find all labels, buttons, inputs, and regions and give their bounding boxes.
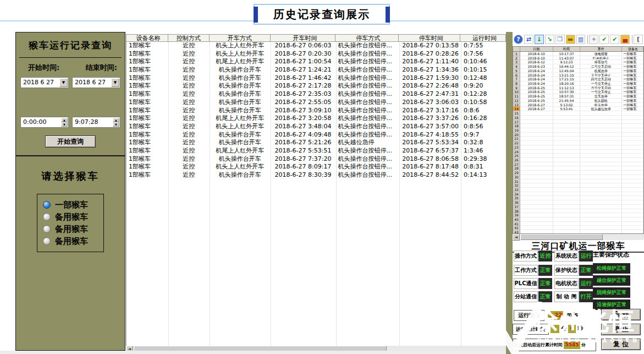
grid-row[interactable]: 42018-6-2316:44:12二号交叉启动一部猴车 (513, 64, 643, 69)
grid-row[interactable]: 72018-6-2417:21:15四号交叉启动一部猴车 (513, 77, 643, 81)
grid-row[interactable]: 40 (513, 217, 643, 222)
grid-row[interactable]: 112018-6-2518:57:31交叉急停一部猴车 (513, 94, 643, 99)
grid-row[interactable]: 19 (513, 128, 643, 133)
table-row[interactable]: 1部猴车近控机头操作台开车2018-6-27 2:35:03机头操作台按钮停..… (126, 90, 506, 99)
table-row[interactable]: 1部猴车近控机头上人红外开车2018-6-27 0:20:30机头操作台按钮停.… (126, 50, 506, 58)
grid-row[interactable]: 22018-6-1011:43:07打点机停止一部猴车 (513, 56, 643, 61)
radio-icon[interactable] (43, 213, 51, 221)
reset-button[interactable]: 复 位 (601, 339, 641, 350)
export-save-icon[interactable]: ↘ (545, 35, 554, 44)
table-row[interactable]: 1部猴车近控机头操作台开车2018-6-27 1:24:21机头操作台按钮停..… (126, 66, 506, 74)
grid-row[interactable]: 20 (513, 133, 643, 137)
column-header[interactable]: 开车时间 (271, 35, 336, 41)
table-row[interactable]: 1部猴车近控机头操作台开车2018-6-27 5:21:26机头越位急停2018… (126, 139, 506, 147)
start-time-spinner[interactable]: 0:00:00 ▲ ▼ (20, 117, 69, 128)
table-row[interactable]: 1部猴车近控机尾上人红外开车2018-6-27 5:53:51机头操作台按钮停.… (126, 147, 506, 155)
grid-row[interactable]: 36 (513, 200, 643, 205)
radio-icon[interactable] (43, 237, 51, 245)
grid-row[interactable]: 16 (513, 116, 643, 120)
grid-row[interactable]: 35 (513, 196, 643, 200)
table-row[interactable]: 1部猴车近控机头操作台开车2018-6-27 3:09:10机头操作台按钮停..… (126, 107, 506, 115)
car-radio-item[interactable]: 备用猴车 (43, 223, 103, 235)
start-query-button[interactable]: 开始查询 (45, 135, 96, 148)
grid-row[interactable]: 23 (513, 145, 643, 150)
grid-row[interactable]: 15 (513, 111, 643, 116)
grid-row[interactable]: 92018-6-2511:12:13六号交叉启动一部猴车 (513, 86, 643, 90)
grid-row[interactable]: 43 (513, 230, 643, 234)
spin-down-icon[interactable]: ▼ (113, 122, 119, 127)
column-header[interactable]: 停车方式 (335, 35, 399, 41)
grid-row[interactable]: 24 (513, 150, 643, 154)
grid-row[interactable]: 42 (513, 226, 643, 230)
eject-icon[interactable]: ▄ (620, 35, 630, 44)
import-icon[interactable]: ↓ (535, 35, 544, 44)
grid-row[interactable]: 142018-6-275:53:41机头越位急停一部猴车 (513, 107, 643, 111)
table-row[interactable]: 1部猴车近控机尾上人红外开车2018-6-27 1:00:54机头操作台按钮停.… (126, 58, 506, 66)
radio-icon[interactable] (43, 201, 51, 209)
table-row[interactable]: 1部猴车近控机头上人红外开车2018-6-27 8:09:17机头操作台按钮停.… (126, 163, 506, 171)
grid-row[interactable]: 12018-6-1010:17:37馈电报警一部猴车 (513, 52, 643, 56)
grid-column-header[interactable]: 日期 (520, 47, 553, 51)
end-time-spinner[interactable]: 9:07:28 ▲ ▼ (72, 117, 120, 128)
copy-icon[interactable]: ❐ (555, 35, 565, 44)
grid-row[interactable]: 32018-6-129:12:23停车信号一部猴车 (513, 60, 643, 64)
table-edit-icon[interactable]: ✔ (599, 35, 609, 44)
start-button[interactable]: 启 动 (601, 309, 641, 320)
grid-row[interactable]: 31 (513, 179, 643, 184)
grid-row[interactable]: 132018-6-275:13:02机头急停一部猴车 (513, 103, 643, 107)
spin-down-icon[interactable]: ▼ (61, 122, 68, 127)
grid-row[interactable]: 27 (513, 162, 643, 167)
grid-row[interactable]: 62018-6-2413:21:15五号交叉停止一部猴车 (513, 73, 643, 78)
table-row[interactable]: 1部猴车近控机头上人红外开车2018-6-27 0:06:03机头操作台按钮停.… (126, 42, 506, 50)
table-check-icon[interactable]: ✔ (610, 35, 619, 44)
grid-horizontal-scrollbar[interactable]: ◄ (513, 234, 644, 240)
grid-row[interactable]: 26 (513, 158, 643, 162)
spin-up-icon[interactable]: ▲ (61, 118, 68, 122)
chevron-down-icon[interactable]: ▼ (111, 78, 119, 87)
spin-up-icon[interactable]: ▲ (113, 118, 119, 122)
car-radio-item[interactable]: 备用猴车 (43, 211, 103, 223)
grid-row[interactable]: 37 (513, 205, 643, 209)
column-header[interactable]: 开车方式 (210, 35, 271, 41)
grid-row[interactable]: 38 (513, 209, 643, 214)
grid-row[interactable]: 33 (513, 188, 643, 192)
grid-row[interactable]: 82018-6-2418:20:16一号交叉停止一部猴车 (513, 81, 643, 86)
device-icon[interactable]: ⌖ (589, 35, 598, 44)
scroll-left-icon[interactable]: ◄ (513, 234, 520, 241)
table-row[interactable]: 1部猴车近控机头操作台开车2018-6-27 4:09:48机头操作台按钮停..… (126, 131, 506, 139)
end-date-combobox[interactable]: 2018 6 27 ▼ (72, 77, 120, 88)
grid-row[interactable]: 34 (513, 192, 643, 197)
table-row[interactable]: 1部猴车近控机头操作台开车2018-6-27 7:37:20机头操作台按钮停..… (126, 155, 506, 164)
help-icon[interactable]: ? (514, 35, 523, 44)
grid-row[interactable]: 52018-6-2412:45:04机尾急停一部猴车 (513, 69, 643, 73)
grid-row[interactable]: 18 (513, 124, 643, 128)
radio-icon[interactable] (43, 225, 51, 233)
table-row[interactable]: 1部猴车近控机头操作台开车2018-6-27 1:46:42机头操作台按钮停..… (126, 74, 506, 83)
table-row[interactable]: 1部猴车近控机头操作台开车2018-6-27 8:30:39机头操作台按钮停..… (126, 171, 506, 179)
clipped-icon[interactable]: [ (634, 35, 643, 44)
grid-column-header[interactable]: 事件 (580, 47, 622, 51)
car-radio-item[interactable]: 一部猴车 (43, 199, 103, 211)
grid-row[interactable]: 22 (513, 141, 643, 145)
car-radio-item[interactable]: 备用猴车 (43, 235, 103, 247)
chevron-down-icon[interactable]: ▼ (59, 78, 68, 87)
scrollbar-thumb[interactable] (520, 234, 603, 240)
column-header[interactable]: 设备名称 (126, 35, 168, 41)
export-exchange-icon[interactable]: ⇄ (524, 35, 533, 44)
table-row[interactable]: 1部猴车近控机尾上人红外开车2018-6-27 3:20:58机头操作台按钮停.… (126, 115, 506, 123)
grid-row[interactable]: 21 (513, 137, 643, 141)
table-row[interactable]: 1部猴车近控机头上人红外开车2018-6-27 3:48:04机头操作台按钮停.… (126, 123, 506, 131)
table-row[interactable]: 1部猴车近控机头操作台开车2018-6-27 2:17:28机头操作台按钮停..… (126, 82, 506, 90)
chart-icon[interactable]: ▥ (576, 35, 586, 44)
grid-row[interactable]: 29 (513, 171, 643, 175)
grid-column-header[interactable]: 时间 (553, 47, 581, 51)
start-date-combobox[interactable]: 2018 6 27 ▼ (20, 77, 69, 88)
column-header[interactable]: 控制方式 (168, 35, 210, 41)
grid-row[interactable]: 32 (513, 183, 643, 188)
grid-row[interactable]: 30 (513, 175, 643, 179)
archive-icon[interactable]: ▬ (566, 35, 575, 44)
grid-row[interactable]: 102018-6-2510:57:30一号交叉停止一部猴车 (513, 90, 643, 94)
column-header[interactable]: 停车时间 (399, 35, 460, 41)
grid-row[interactable]: 41 (513, 222, 643, 226)
grid-row[interactable]: 122018-6-2521:45:54机头脱轨一部猴车 (513, 99, 643, 103)
